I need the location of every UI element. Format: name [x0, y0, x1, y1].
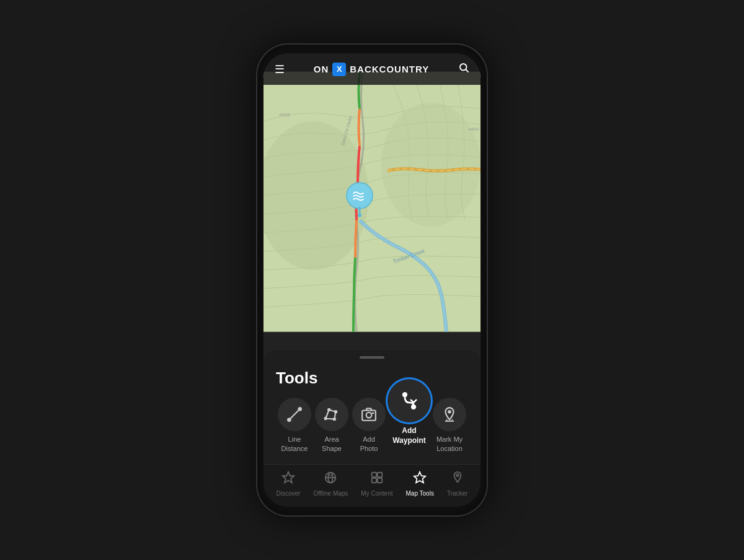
svg-rect-30 [378, 473, 382, 477]
search-icon[interactable] [458, 62, 469, 76]
svg-point-2 [381, 103, 480, 227]
svg-text:4400: 4400 [468, 126, 479, 132]
add-photo-label: AddPhoto [360, 435, 378, 453]
svg-point-8 [358, 214, 361, 217]
line-distance-icon-wrap [278, 398, 311, 431]
tool-item-mark-location[interactable]: Mark MyLocation [431, 398, 468, 453]
svg-point-13 [288, 419, 290, 421]
svg-point-7 [347, 183, 372, 208]
svg-point-17 [335, 411, 337, 413]
add-waypoint-icon-wrap [388, 379, 431, 422]
my-content-icon [370, 471, 384, 488]
area-shape-icon-wrap [315, 398, 348, 431]
svg-line-11 [466, 69, 468, 72]
svg-point-16 [328, 409, 330, 411]
offline-maps-label: Offline Maps [313, 490, 348, 497]
menu-icon[interactable]: ☰ [275, 63, 285, 76]
tool-item-area-shape[interactable]: AreaShape [313, 398, 350, 453]
logo-x-badge: X [332, 63, 346, 76]
tracker-icon [451, 471, 464, 488]
svg-line-12 [289, 409, 299, 420]
map-tools-icon [413, 471, 427, 488]
mark-location-icon-wrap [433, 398, 466, 431]
svg-rect-29 [372, 473, 376, 477]
offline-maps-icon [324, 471, 337, 488]
nav-item-offline-maps[interactable]: Offline Maps [313, 471, 348, 497]
add-photo-icon-wrap [352, 398, 386, 431]
svg-point-15 [325, 418, 327, 419]
tool-item-add-waypoint[interactable]: AddWaypoint [388, 398, 431, 445]
svg-point-14 [299, 408, 301, 411]
svg-point-20 [366, 413, 372, 418]
phone-screen: Timber Creek 4905 4400 [264, 53, 480, 507]
svg-marker-25 [283, 472, 294, 483]
map-tools-label: Map Tools [406, 490, 434, 497]
svg-point-33 [456, 475, 459, 477]
svg-text:4905: 4905 [279, 112, 290, 118]
line-distance-label: LineDistance [281, 435, 308, 453]
svg-point-24 [448, 410, 451, 413]
svg-rect-32 [378, 478, 382, 483]
nav-item-my-content[interactable]: My Content [361, 471, 392, 497]
tracker-label: Tracker [447, 490, 468, 497]
nav-item-discover[interactable]: Discover [277, 471, 301, 497]
svg-point-10 [460, 64, 467, 71]
drag-handle[interactable] [360, 356, 384, 359]
bottom-nav: Discover Offline Maps [264, 464, 480, 507]
add-waypoint-label: AddWaypoint [392, 426, 426, 445]
map-area[interactable]: Timber Creek 4905 4400 [264, 53, 480, 350]
my-content-label: My Content [361, 490, 392, 497]
tools-section: Tools LineDistance [264, 369, 480, 464]
svg-point-18 [334, 418, 335, 420]
discover-label: Discover [277, 490, 301, 497]
nav-item-map-tools[interactable]: Map Tools [406, 471, 434, 497]
svg-rect-31 [372, 478, 376, 483]
map-header: ☰ ON X BACKCOUNTRY [264, 53, 480, 85]
tool-item-line-distance[interactable]: LineDistance [276, 398, 313, 453]
tools-title: Tools [276, 369, 468, 388]
phone-frame: Timber Creek 4905 4400 [257, 45, 487, 515]
tool-buttons-row: LineDistance [276, 398, 468, 453]
logo-backcountry-text: BACKCOUNTRY [350, 64, 429, 74]
area-shape-label: AreaShape [322, 435, 342, 453]
mark-location-label: Mark MyLocation [436, 435, 463, 453]
nav-item-tracker[interactable]: Tracker [447, 471, 468, 497]
tool-item-add-photo[interactable]: AddPhoto [350, 398, 388, 453]
bottom-panel: Tools LineDistance [264, 350, 480, 507]
discover-icon [281, 471, 295, 488]
logo-on-text: ON [314, 64, 329, 74]
app-logo: ON X BACKCOUNTRY [314, 63, 429, 76]
